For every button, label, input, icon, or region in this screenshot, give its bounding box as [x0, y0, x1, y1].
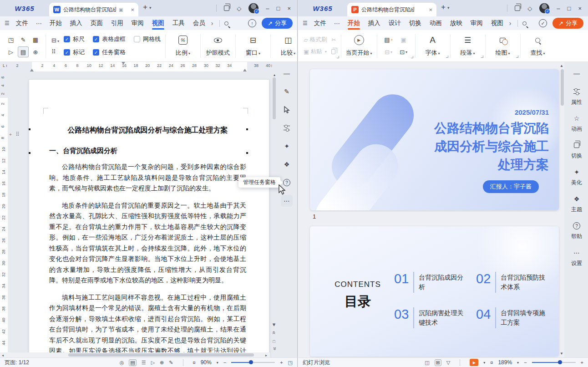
outline-view-icon[interactable]: ☰ [142, 360, 146, 366]
menu-item-引用[interactable]: 引用 [107, 16, 127, 30]
menu-item-页面[interactable]: 页面 [86, 16, 107, 30]
slideshow-play-button[interactable]: ▶ [470, 359, 478, 366]
window-stack-icon[interactable] [224, 5, 229, 11]
tab-close-icon[interactable]: × [429, 6, 432, 13]
scroll-down-icon[interactable]: ▾ [271, 321, 277, 328]
doc-vertical-scrollbar[interactable] [273, 77, 276, 119]
rail-cursor-button[interactable] [281, 104, 293, 116]
menu-file[interactable]: 文件 [12, 16, 32, 30]
paragraph-adjust-icon[interactable]: + [9, 132, 12, 137]
share-button[interactable]: ↗分享 [553, 18, 583, 29]
slide-sorter-canvas[interactable]: 2025/07/31 公路结构物台背沉陷成因分析与综合施工处理方案 汇报人：宇子… [298, 62, 564, 357]
slide-sorter-icon[interactable]: ⊞ [435, 359, 441, 366]
menu-item-放映[interactable]: 放映 [446, 16, 466, 30]
checkbox-标记[interactable]: ✓标记 [64, 48, 85, 56]
menu-item-开始[interactable]: 开始 [46, 16, 66, 30]
menu-item-切换[interactable]: 切换 [405, 16, 426, 30]
cut-icon[interactable]: ✂ [331, 36, 336, 43]
read-view-icon[interactable]: ▷ [151, 360, 155, 366]
rail-beautify-button[interactable]: ✦美化 [571, 166, 583, 187]
minimize-button[interactable]: – [557, 5, 560, 12]
edit-mode-icon[interactable]: ✎ [169, 360, 173, 366]
document-paragraph[interactable]: 地质条件的缺陷是台背沉陷的重要原因之一。软土地基由于其天然含水量高、孔隙比大、压… [49, 200, 246, 286]
zoom-slider[interactable] [532, 362, 576, 363]
share-button[interactable]: ↗分享 [262, 18, 293, 29]
user-avatar[interactable] [248, 3, 259, 13]
menu-hamburger-icon[interactable]: ☰ [5, 20, 10, 26]
document-canvas[interactable]: 6422468101214161820222426283032343638404… [0, 71, 277, 357]
format-painter-button[interactable]: ▱格式刷 [304, 36, 327, 44]
rail-beautify-button[interactable]: ✦ [281, 140, 293, 152]
saved-check-icon[interactable]: ✓ [539, 19, 547, 27]
horizontal-ruler[interactable]: L ı 22468101214161820222426283032343840 … [0, 62, 297, 71]
play-from-current-button[interactable]: ▶ 当页开始▾ [346, 35, 372, 57]
workspace-cube-icon[interactable]: ◇ [527, 5, 532, 12]
web-view-icon[interactable]: ⊕ [160, 360, 164, 366]
menu-item-插入[interactable]: 插入 [364, 16, 385, 30]
zoom-slider[interactable] [231, 362, 275, 363]
menu-item-工具[interactable]: 工具 [168, 16, 189, 30]
document-heading[interactable]: 一、台背沉陷成因分析 [49, 145, 246, 156]
menu-item-动画[interactable]: 动画 [426, 16, 446, 30]
slide-layout-button[interactable]: ⊟▾ [382, 46, 395, 57]
draw-dialog-launcher[interactable] [516, 56, 518, 58]
zoom-in-icon[interactable]: + [280, 360, 283, 365]
focus-mode-icon[interactable]: ¤ [193, 360, 196, 365]
search-icon[interactable] [522, 21, 527, 25]
slide-1-thumbnail[interactable]: 2025/07/31 公路结构物台背沉陷成因分析与综合施工处理方案 汇报人：宇子… [310, 69, 559, 210]
ppt-document-tab[interactable]: P 公路结构物台背沉陷成因分析与综 × [347, 3, 436, 16]
scroll-up-icon[interactable]: ▲ [560, 64, 563, 68]
menu-item-视图[interactable]: 视图 [148, 16, 168, 30]
minimize-button[interactable]: – [266, 5, 269, 12]
scroll-up-icon[interactable]: ▴ [274, 73, 275, 77]
navigation-pane-icon[interactable]: ⠿ [51, 48, 59, 55]
select-browse-object-button[interactable]: □ [271, 339, 277, 344]
checkbox-任务窗格[interactable]: ✓任务窗格 [93, 48, 126, 56]
document-paragraph[interactable]: 公路结构物台背沉陷是一个复杂的问题，受到多种因素的综合影响。地质条件、施工工艺缺… [49, 162, 246, 194]
paragraph-button[interactable]: ☰ 段落▾ [455, 35, 481, 57]
font-button[interactable]: A 字体▾ [420, 35, 446, 57]
next-page-button[interactable]: « [271, 346, 278, 352]
menu-item-视图[interactable]: 视图 [487, 16, 507, 30]
scroll-right-icon[interactable]: ▸ [265, 353, 267, 357]
menu-item-审阅[interactable]: 审阅 [127, 16, 148, 30]
page-view-icon[interactable]: ▤ [129, 359, 136, 366]
checkbox-标尺[interactable]: ✓标尺 [64, 35, 85, 43]
menu-more-icon[interactable]: ⋯ [330, 20, 344, 27]
menu-hamburger-icon[interactable]: ☰ [303, 20, 308, 26]
scroll-down-icon[interactable]: ▼ [560, 352, 563, 356]
new-tab-button[interactable]: + [143, 3, 147, 12]
fullscreen-icon[interactable]: ◳ [5, 34, 16, 45]
rail-transition-button[interactable]: 切换 [571, 139, 583, 160]
window-button[interactable]: ⊟ 窗口▾ [240, 35, 266, 57]
checkbox-表格虚框[interactable]: ✓表格虚框 [93, 35, 126, 43]
zoom-ratio-button[interactable]: % 比例▾ [170, 35, 196, 57]
paste-button[interactable]: ▣粘贴▾ [304, 48, 327, 56]
window-stack-icon[interactable] [515, 5, 520, 11]
slides-dialog-launcher[interactable] [411, 56, 413, 58]
previous-page-button[interactable]: « [271, 330, 278, 336]
menu-more-icon[interactable]: ⋯ [32, 20, 46, 27]
zoom-out-icon[interactable]: − [223, 360, 226, 365]
reading-view-icon[interactable]: ▽ [446, 360, 450, 366]
clipboard-dialog-launcher[interactable] [337, 56, 339, 58]
tab-close-icon[interactable]: × [131, 6, 134, 13]
focus-mode-icon[interactable]: ¤ [490, 360, 493, 365]
rail-settings-button[interactable]: ⋯设置 [571, 247, 583, 267]
user-avatar[interactable] [539, 3, 549, 13]
outline-list-icon[interactable]: ⊟▾ [51, 37, 59, 44]
zoom-out-icon[interactable]: − [524, 360, 527, 365]
paragraph-dialog-launcher[interactable] [481, 56, 483, 58]
page-mode-icon[interactable]: ▤ [18, 46, 29, 57]
horizontal-scrollbar[interactable]: ◂ ▸ [0, 352, 270, 357]
menu-item-会员[interactable]: 会员 [189, 16, 209, 30]
find-button[interactable]: 查找▾ [525, 35, 551, 57]
copy-icon[interactable] [331, 49, 336, 54]
slide-2-thumbnail[interactable]: CONTENTS 目录 01台背沉陷成因分析02台背沉陷预防技术体系03沉陷病害… [310, 226, 559, 357]
hscroll-thumb[interactable] [68, 353, 254, 357]
font-dialog-launcher[interactable] [446, 56, 448, 58]
rail-properties-button[interactable]: 属性 [571, 86, 583, 106]
play-options-chevron-icon[interactable]: ▾ [483, 361, 485, 365]
rail-properties-button[interactable] [281, 122, 293, 134]
checkbox-网格线[interactable]: 网格线 [134, 35, 161, 43]
